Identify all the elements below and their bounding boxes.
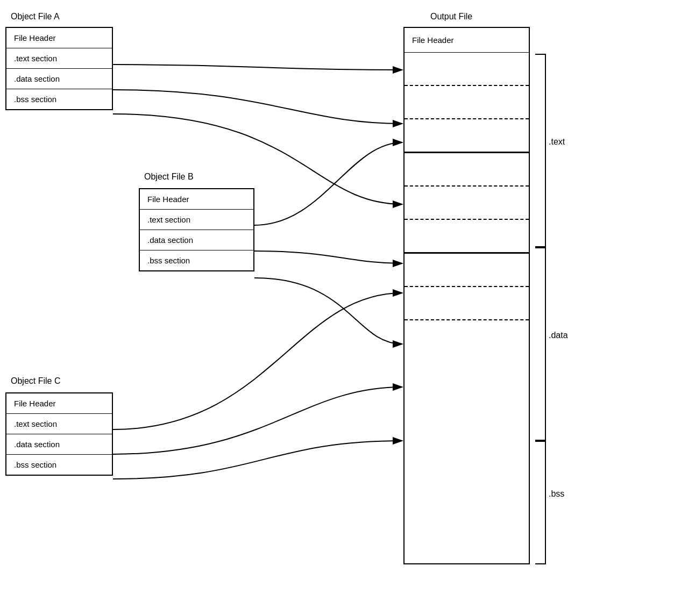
file-a-bss: .bss section <box>6 89 112 109</box>
file-c-header: File Header <box>6 393 112 413</box>
text-label: .text <box>549 137 565 147</box>
file-b-bss: .bss section <box>140 250 253 270</box>
file-c-label: Object File C <box>11 376 60 386</box>
output-data-2 <box>405 187 529 219</box>
output-bss-1 <box>405 254 529 286</box>
output-bss-3 <box>405 320 529 353</box>
bss-label: .bss <box>549 489 564 499</box>
file-c-bss: .bss section <box>6 454 112 475</box>
output-data-3 <box>405 220 529 252</box>
file-a-text: .text section <box>6 48 112 68</box>
file-c-box: File Header .text section .data section … <box>5 392 113 476</box>
output-text-2 <box>405 86 529 118</box>
file-c-data: .data section <box>6 434 112 454</box>
file-b-data: .data section <box>140 230 253 250</box>
output-text-3 <box>405 119 529 152</box>
output-file-box: File Header <box>403 27 530 564</box>
data-bracket <box>535 247 546 441</box>
file-c-text: .text section <box>6 413 112 434</box>
file-a-header: File Header <box>6 28 112 48</box>
bss-bracket <box>535 441 546 564</box>
file-b-label: Object File B <box>144 172 194 182</box>
file-a-box: File Header .text section .data section … <box>5 27 113 110</box>
file-b-header: File Header <box>140 189 253 209</box>
file-b-box: File Header .text section .data section … <box>139 188 254 271</box>
file-a-data: .data section <box>6 68 112 89</box>
output-data-1 <box>405 153 529 185</box>
output-bss-2 <box>405 287 529 319</box>
data-label: .data <box>549 331 568 340</box>
file-b-text: .text section <box>140 209 253 230</box>
text-bracket <box>535 54 546 247</box>
diagram-container: Object File A File Header .text section … <box>0 0 681 616</box>
output-file-header: File Header <box>405 28 529 53</box>
output-file-label: Output File <box>430 12 472 22</box>
file-a-label: Object File A <box>11 12 60 22</box>
output-text-1 <box>405 53 529 85</box>
